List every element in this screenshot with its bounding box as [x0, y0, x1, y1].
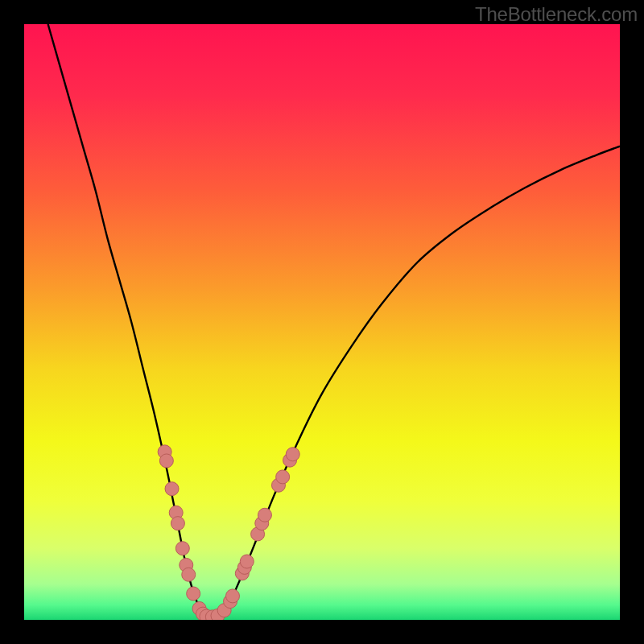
- data-marker: [258, 508, 271, 522]
- data-marker: [182, 568, 196, 581]
- data-marker: [165, 482, 179, 496]
- data-marker: [175, 542, 189, 555]
- data-marker: [226, 589, 240, 603]
- data-marker: [159, 454, 173, 468]
- data-marker: [286, 448, 299, 461]
- watermark-text: TheBottleneck.com: [475, 3, 638, 26]
- gradient-background: [24, 24, 620, 620]
- bottleneck-chart: [24, 24, 620, 620]
- chart-frame: [24, 24, 620, 620]
- data-marker: [240, 555, 254, 568]
- data-marker: [276, 470, 290, 484]
- data-marker: [171, 517, 184, 530]
- data-marker: [187, 587, 200, 601]
